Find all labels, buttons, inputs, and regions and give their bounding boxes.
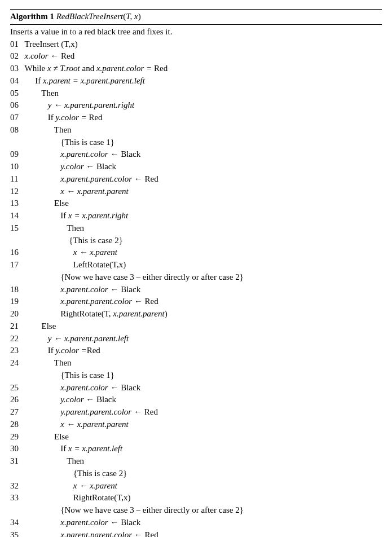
arrow: ← [132, 297, 145, 306]
arg: x.parent.parent [113, 309, 164, 318]
line-var: x.parent.parent.color [60, 297, 132, 306]
args-close: ) [138, 12, 141, 21]
line-var: x.parent.parent.color [60, 174, 132, 183]
expr: x ← x.parent [73, 481, 117, 490]
algo-line: 13 Else [10, 197, 382, 210]
expr: x ← x.parent.parent [60, 420, 129, 429]
keyword-else: Else [54, 199, 69, 208]
algo-line: 12 x ← x.parent.parent [10, 186, 382, 198]
keyword-if: If [48, 346, 56, 355]
line-number: 22 [10, 333, 25, 345]
algo-line: 26 y.color ← Black [10, 394, 382, 406]
line-number-blank [10, 468, 25, 480]
line-var: x.parent.color [60, 383, 108, 392]
val: Red [154, 64, 168, 73]
algo-line: 20 RightRotate(T, x.parent.parent) [10, 308, 382, 320]
arrow: ← [108, 383, 121, 392]
algo-line: 14 If x = x.parent.right [10, 210, 382, 222]
expr: y ← x.parent.parent.left [48, 334, 129, 343]
algo-line: 15 Then [10, 222, 382, 235]
line-number: 06 [10, 99, 25, 112]
arrow: ← [131, 407, 144, 416]
line-number: 26 [10, 394, 25, 406]
keyword-if: If [48, 113, 56, 122]
comment-text: {This is case 2} [73, 469, 127, 478]
line-val: Black [121, 383, 140, 392]
comment-text: {This is case 1} [60, 138, 114, 147]
keyword-else: Else [42, 322, 56, 331]
algo-line: 35 x.parent.parent.color ← Red [10, 529, 382, 538]
line-number: 34 [10, 517, 25, 529]
line-number: 32 [10, 480, 25, 492]
keyword-if: If [35, 76, 43, 85]
algo-line: 29 Else [10, 431, 382, 443]
algorithm-func-name: RedBlackTreeInsert [56, 12, 124, 21]
keyword-if: If [60, 211, 68, 220]
comment-text: {This is case 1} [60, 371, 114, 380]
line-number: 25 [10, 382, 25, 394]
comment-text: {Now we have case 3 – either directly or… [60, 505, 244, 514]
arrow: ← [132, 174, 145, 183]
line-number: 01 [10, 38, 25, 51]
algo-line: 06 y ← x.parent.parent.right [10, 99, 382, 112]
line-text: LeftRotate(T,x) [73, 260, 126, 269]
comment-text: {This is case 2} [69, 236, 123, 245]
keyword-then: Then [41, 89, 59, 98]
line-var: x.parent.color [60, 149, 108, 159]
line-val: Red [61, 51, 74, 60]
algo-comment: {This is case 1} [10, 137, 382, 149]
arrow: ← [108, 149, 121, 159]
line-number-blank [10, 504, 25, 517]
line-var: y.parent.parent.color [60, 407, 131, 416]
algorithm-label: Algorithm 1 [10, 12, 54, 21]
line-number-blank [10, 369, 25, 382]
line-val: Red [145, 174, 158, 183]
algo-line: 27 y.parent.parent.color ← Red [10, 406, 382, 419]
algorithm-body: Inserts a value in to a red black tree a… [10, 25, 382, 537]
line-number: 10 [10, 161, 25, 173]
line-var: y.color [60, 162, 83, 171]
line-text: RightRotate(T, [60, 309, 113, 318]
expr: x ← x.parent [73, 248, 117, 257]
line-number: 13 [10, 197, 25, 210]
expr: y ← x.parent.parent.right [48, 100, 134, 109]
expr: x.parent.color = [96, 64, 154, 73]
comment-text: {Now we have case 3 – either directly or… [60, 272, 244, 281]
line-number: 02 [10, 50, 25, 63]
line-number: 30 [10, 443, 25, 455]
algorithm-args: T, x [126, 12, 138, 21]
algo-comment: {Now we have case 3 – either directly or… [10, 271, 382, 284]
line-number: 07 [10, 112, 25, 124]
algo-line: 28 x ← x.parent.parent [10, 419, 382, 431]
line-var: x.parent.color [60, 285, 108, 294]
algo-comment: {This is case 1} [10, 369, 382, 382]
algo-line: 21 Else [10, 320, 382, 333]
expr: x = x.parent.right [68, 211, 128, 220]
expr: y.color = [56, 113, 89, 122]
algo-line: 22 y ← x.parent.parent.left [10, 333, 382, 345]
arrow: ← [132, 530, 145, 538]
algo-line: 02x.color ← Red [10, 50, 382, 63]
arrow: ← [49, 51, 61, 60]
line-val: Red [144, 407, 158, 416]
line-number-blank [10, 271, 25, 284]
algo-line: 23 If y.color =Red [10, 345, 382, 357]
keyword-then: Then [54, 358, 72, 367]
keyword-if: If [60, 444, 68, 453]
algorithm-description: Inserts a value in to a red black tree a… [10, 26, 382, 38]
line-val: Black [121, 149, 140, 159]
algo-line: 32 x ← x.parent [10, 480, 382, 492]
algo-line: 17 LeftRotate(T,x) [10, 259, 382, 271]
line-text: RightRotate(T,x) [73, 493, 131, 502]
val: Red [89, 113, 102, 122]
close: ) [165, 309, 168, 318]
line-number: 15 [10, 222, 25, 235]
line-number: 20 [10, 308, 25, 320]
line-number: 19 [10, 296, 25, 308]
expr: x ≠ T.root [47, 64, 80, 73]
line-number: 04 [10, 75, 25, 87]
algo-line: 25 x.parent.color ← Black [10, 382, 382, 394]
line-number: 12 [10, 186, 25, 198]
line-number: 24 [10, 357, 25, 369]
line-text: TreeInsert (T,x) [25, 39, 78, 49]
